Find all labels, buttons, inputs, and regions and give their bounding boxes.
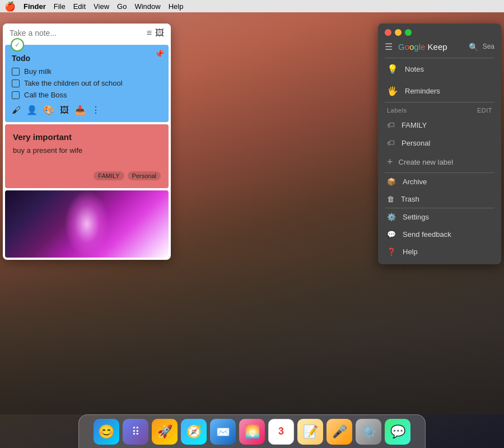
hamburger-icon[interactable]: ☰ xyxy=(385,41,393,52)
search-icon[interactable]: 🔍 xyxy=(469,43,478,52)
labels-section-header: Labels EDIT xyxy=(378,102,501,116)
nav-feedback[interactable]: 💬 Send feedback xyxy=(378,226,501,243)
search-text: Sea xyxy=(483,43,494,52)
todo-toolbar: 🖌 👤 🎨 🖼 📥 ⋮ xyxy=(12,105,162,115)
create-label-button[interactable]: + Create new label xyxy=(378,152,501,172)
todo-item-2[interactable]: Take the children out of school xyxy=(12,79,162,87)
menubar: 🍎 Finder File Edit View Go Window Help xyxy=(0,0,504,12)
traffic-lights xyxy=(378,24,501,39)
image-icon[interactable]: 🎨 xyxy=(43,105,54,115)
dock-rocket[interactable]: 🚀 xyxy=(152,419,178,445)
note-labels: FAMILY Personal xyxy=(13,171,161,180)
menubar-go[interactable]: Go xyxy=(117,2,127,11)
nav-notes-label: Notes xyxy=(405,65,424,73)
nav-reminders-label: Reminders xyxy=(405,87,440,95)
archive-icon[interactable]: 📥 xyxy=(74,105,86,115)
dock-mail[interactable]: ✉️ xyxy=(210,419,236,445)
notes-icon: 💡 xyxy=(387,64,398,74)
dock-photos[interactable]: 🌅 xyxy=(239,419,265,445)
todo-item-1[interactable]: Buy milk xyxy=(12,67,162,76)
label-personal-text: Personal xyxy=(402,139,430,147)
keep-search-bar: ≡ 🖼 xyxy=(3,24,171,43)
dock-finder[interactable]: 😊 xyxy=(94,419,119,445)
keep-search-input[interactable] xyxy=(10,29,142,38)
label-personal[interactable]: Personal xyxy=(128,171,161,180)
todo-text-2: Take the children out of school xyxy=(24,79,123,87)
minimize-button[interactable] xyxy=(395,29,402,36)
photo-icon[interactable]: 🖼 xyxy=(60,105,69,115)
important-text: buy a present for wife xyxy=(13,146,161,155)
feedback-icon: 💬 xyxy=(387,230,396,239)
reminders-icon: 🖐 xyxy=(387,86,398,96)
menubar-help[interactable]: Help xyxy=(169,2,184,11)
list-icon[interactable]: ≡ xyxy=(147,28,152,38)
image-note xyxy=(5,190,169,258)
label-family-text: FAMILY xyxy=(402,121,427,129)
nav-archive[interactable]: 📦 Archive xyxy=(378,173,501,190)
important-note: Very important buy a present for wife FA… xyxy=(5,124,169,188)
archive-label: Archive xyxy=(403,178,427,186)
checkbox-2[interactable] xyxy=(12,80,20,87)
menubar-view[interactable]: View xyxy=(94,2,109,11)
keep-header: ☰ Google Keep 🔍 Sea xyxy=(378,39,501,58)
label-family-icon: 🏷 xyxy=(387,120,395,129)
todo-item-3[interactable]: Call the Boss xyxy=(12,91,162,99)
label-personal-icon: 🏷 xyxy=(387,138,395,147)
dock-safari[interactable]: 🧭 xyxy=(181,419,207,445)
todo-note: ✓ 📌 Todo Buy milk Take the children out … xyxy=(5,45,169,122)
dock-system[interactable]: ⚙️ xyxy=(356,419,381,445)
todo-text-1: Buy milk xyxy=(24,67,52,76)
labels-header-text: Labels xyxy=(387,107,407,114)
nav-notes[interactable]: 💡 Notes xyxy=(378,58,501,80)
maximize-button[interactable] xyxy=(405,29,412,36)
todo-title: Todo xyxy=(12,54,162,63)
settings-label: Settings xyxy=(403,213,429,221)
brush-icon[interactable]: 🖌 xyxy=(12,105,21,115)
keep-search-icons: ≡ 🖼 xyxy=(147,28,164,38)
dock-notes[interactable]: 📝 xyxy=(297,419,323,445)
checkbox-3[interactable] xyxy=(12,91,20,99)
nav-trash[interactable]: 🗑 Trash xyxy=(378,190,501,208)
label-personal-item[interactable]: 🏷 Personal xyxy=(378,134,501,152)
help-label: Help xyxy=(403,248,418,256)
nav-reminders[interactable]: 🖐 Reminders xyxy=(378,80,501,102)
trash-icon: 🗑 xyxy=(387,195,394,203)
menubar-edit[interactable]: Edit xyxy=(73,2,86,11)
archive-icon: 📦 xyxy=(387,178,396,186)
keep-logo: Google Keep xyxy=(398,42,447,52)
help-icon: ❓ xyxy=(387,248,396,256)
important-title: Very important xyxy=(13,132,161,142)
check-icon: ✓ xyxy=(11,38,24,52)
keep-header-icons: 🔍 Sea xyxy=(469,43,494,52)
trash-label: Trash xyxy=(401,195,419,203)
keep-sidebar: ☰ Google Keep 🔍 Sea 💡 Notes 🖐 Reminders … xyxy=(378,24,501,264)
feedback-label: Send feedback xyxy=(403,230,451,239)
dock-siri[interactable]: 🎤 xyxy=(326,419,352,445)
settings-icon: ⚙️ xyxy=(387,213,396,221)
pin-icon: 📌 xyxy=(155,49,164,58)
label-family[interactable]: FAMILY xyxy=(94,171,124,180)
checkbox-1[interactable] xyxy=(12,68,20,76)
create-label-text: Create new label xyxy=(399,158,454,166)
todo-text-3: Call the Boss xyxy=(24,91,67,99)
person-icon[interactable]: 👤 xyxy=(26,105,38,115)
menubar-finder[interactable]: Finder xyxy=(24,2,46,11)
nav-settings[interactable]: ⚙️ Settings xyxy=(378,208,501,226)
edit-labels-button[interactable]: EDIT xyxy=(477,107,492,114)
dock-calendar[interactable]: 3 xyxy=(268,419,294,445)
dock: 😊 ⠿ 🚀 🧭 ✉️ 🌅 3 📝 🎤 ⚙️ 💬 xyxy=(78,414,426,448)
close-button[interactable] xyxy=(385,29,391,36)
menubar-file[interactable]: File xyxy=(54,2,66,11)
menubar-window[interactable]: Window xyxy=(134,2,160,11)
more-icon[interactable]: ⋮ xyxy=(91,105,100,115)
apple-menu[interactable]: 🍎 xyxy=(4,1,16,12)
dock-launchpad[interactable]: ⠿ xyxy=(123,419,148,445)
keep-widget: ≡ 🖼 ✓ 📌 Todo Buy milk Take the children … xyxy=(3,24,171,260)
plus-icon: + xyxy=(387,156,393,168)
image-icon[interactable]: 🖼 xyxy=(155,28,164,38)
dock-messages[interactable]: 💬 xyxy=(385,419,410,445)
desktop: ≡ 🖼 ✓ 📌 Todo Buy milk Take the children … xyxy=(0,12,504,448)
label-family-item[interactable]: 🏷 FAMILY xyxy=(378,116,501,134)
nav-help[interactable]: ❓ Help xyxy=(378,243,501,260)
